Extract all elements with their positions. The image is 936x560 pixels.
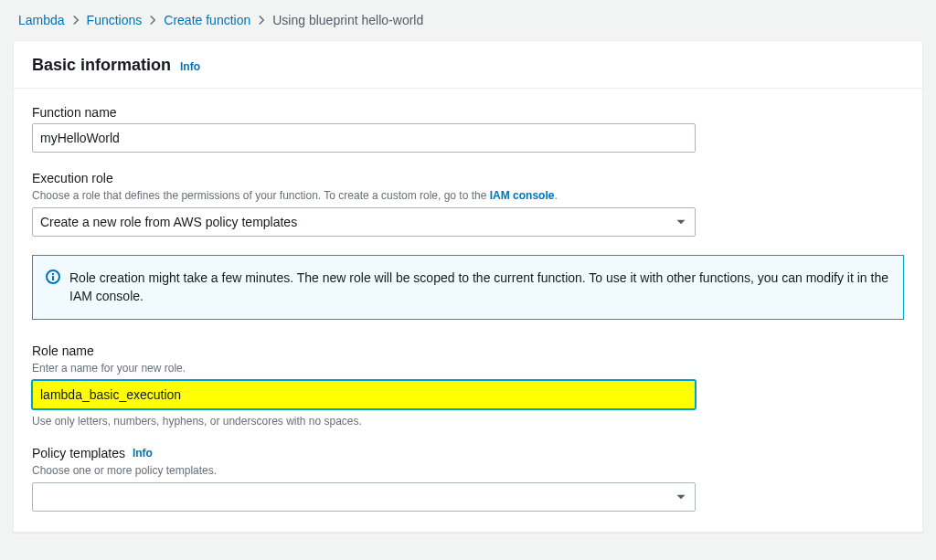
svg-rect-1 bbox=[52, 276, 54, 280]
breadcrumb-functions[interactable]: Functions bbox=[87, 13, 143, 27]
policy-templates-select[interactable] bbox=[32, 482, 696, 512]
breadcrumb-create-function[interactable]: Create function bbox=[164, 13, 250, 27]
execution-role-label: Execution role bbox=[32, 171, 904, 185]
info-box-message: Role creation might take a few minutes. … bbox=[69, 269, 888, 306]
execution-role-desc: Choose a role that defines the permissio… bbox=[32, 189, 904, 202]
role-name-desc: Enter a name for your new role. bbox=[32, 362, 904, 375]
role-name-label: Role name bbox=[32, 343, 904, 358]
chevron-right-icon bbox=[256, 15, 267, 26]
svg-rect-2 bbox=[52, 273, 54, 275]
panel-header: Basic information Info bbox=[14, 41, 922, 89]
policy-templates-field: Policy templates Info Choose one or more… bbox=[32, 446, 904, 512]
panel-info-link[interactable]: Info bbox=[180, 60, 200, 73]
breadcrumb-lambda[interactable]: Lambda bbox=[18, 13, 65, 27]
panel-body: Function name Execution role Choose a ro… bbox=[14, 89, 922, 532]
execution-role-value: Create a new role from AWS policy templa… bbox=[40, 215, 297, 229]
policy-templates-desc: Choose one or more policy templates. bbox=[32, 464, 904, 477]
function-name-input[interactable] bbox=[32, 123, 696, 153]
role-creation-info-box: Role creation might take a few minutes. … bbox=[32, 255, 904, 320]
chevron-right-icon bbox=[70, 15, 81, 26]
function-name-label: Function name bbox=[32, 105, 904, 120]
info-icon bbox=[46, 269, 60, 306]
policy-templates-info-link[interactable]: Info bbox=[133, 447, 153, 460]
function-name-field: Function name bbox=[32, 105, 904, 153]
basic-information-panel: Basic information Info Function name Exe… bbox=[13, 40, 923, 533]
panel-title: Basic information bbox=[32, 56, 171, 75]
chevron-right-icon bbox=[147, 15, 158, 26]
iam-console-link[interactable]: IAM console bbox=[490, 189, 555, 202]
role-name-field: Role name Enter a name for your new role… bbox=[32, 343, 904, 428]
role-name-hint: Use only letters, numbers, hyphens, or u… bbox=[32, 415, 904, 428]
execution-role-select[interactable]: Create a new role from AWS policy templa… bbox=[32, 207, 696, 237]
execution-role-field: Execution role Choose a role that define… bbox=[32, 171, 904, 237]
breadcrumb-current: Using blueprint hello-world bbox=[272, 13, 423, 27]
policy-templates-label: Policy templates Info bbox=[32, 446, 904, 460]
breadcrumb: Lambda Functions Create function Using b… bbox=[0, 0, 936, 40]
role-name-input[interactable] bbox=[32, 380, 696, 409]
